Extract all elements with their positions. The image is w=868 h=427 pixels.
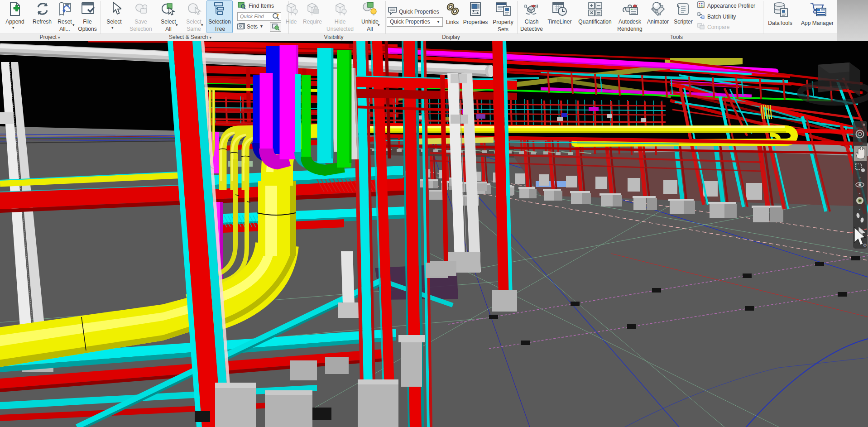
svg-text:⌄: ⌄ <box>858 175 862 179</box>
svg-text:⚙: ⚙ <box>863 243 867 248</box>
svg-text:×: × <box>863 122 865 127</box>
svg-text:⌄: ⌄ <box>858 206 862 211</box>
svg-text:⌄: ⌄ <box>858 190 862 195</box>
